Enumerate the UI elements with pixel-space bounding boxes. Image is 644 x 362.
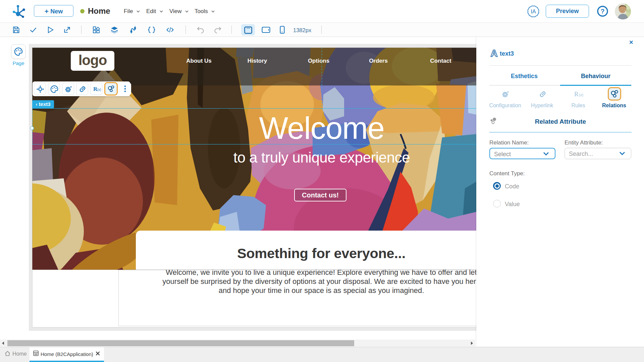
svg-text:(x): (x) xyxy=(579,93,583,97)
svg-text:?: ? xyxy=(601,8,605,15)
svg-text:(x): (x) xyxy=(97,88,101,92)
svg-text:IA: IA xyxy=(531,9,536,14)
svg-text:A: A xyxy=(491,48,498,58)
svg-text:R: R xyxy=(574,90,579,98)
